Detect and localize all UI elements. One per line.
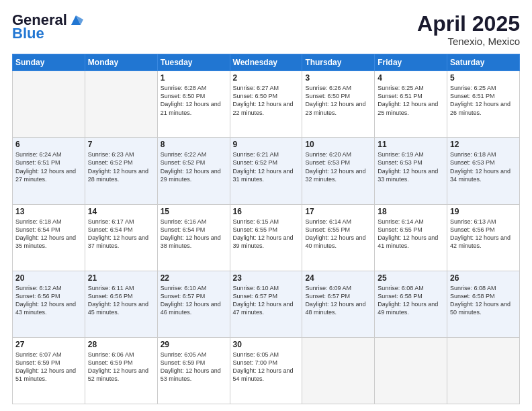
day-number: 19: [450, 207, 517, 216]
day-number: 4: [378, 73, 444, 83]
day-info: Sunrise: 6:21 AM Sunset: 6:52 PM Dayligh…: [233, 150, 300, 183]
table-row: [302, 337, 375, 404]
calendar-week-row: 1Sunrise: 6:28 AM Sunset: 6:50 PM Daylig…: [13, 71, 520, 138]
header-wednesday: Wednesday: [230, 54, 302, 71]
table-row: 18Sunrise: 6:14 AM Sunset: 6:55 PM Dayli…: [375, 204, 447, 271]
header-monday: Monday: [85, 54, 157, 71]
day-number: 9: [233, 140, 300, 149]
table-row: 13Sunrise: 6:18 AM Sunset: 6:54 PM Dayli…: [13, 204, 85, 271]
day-info: Sunrise: 6:23 AM Sunset: 6:52 PM Dayligh…: [88, 150, 154, 183]
table-row: 15Sunrise: 6:16 AM Sunset: 6:54 PM Dayli…: [157, 204, 230, 271]
day-number: 8: [161, 140, 227, 149]
table-row: 17Sunrise: 6:14 AM Sunset: 6:55 PM Dayli…: [302, 204, 375, 271]
table-row: 6Sunrise: 6:24 AM Sunset: 6:51 PM Daylig…: [13, 138, 85, 204]
day-number: 30: [233, 340, 300, 349]
day-info: Sunrise: 6:07 AM Sunset: 6:59 PM Dayligh…: [15, 351, 82, 383]
day-number: 3: [305, 73, 371, 83]
day-info: Sunrise: 6:11 AM Sunset: 6:56 PM Dayligh…: [88, 284, 154, 317]
day-number: 25: [378, 273, 444, 283]
day-number: 15: [161, 207, 227, 216]
day-info: Sunrise: 6:25 AM Sunset: 6:51 PM Dayligh…: [378, 84, 444, 117]
day-number: 24: [305, 273, 371, 283]
day-info: Sunrise: 6:14 AM Sunset: 6:55 PM Dayligh…: [378, 218, 444, 250]
calendar-location: Tenexio, Mexico: [417, 36, 520, 47]
table-row: 27Sunrise: 6:07 AM Sunset: 6:59 PM Dayli…: [13, 337, 85, 404]
day-info: Sunrise: 6:24 AM Sunset: 6:51 PM Dayligh…: [15, 150, 82, 183]
calendar-week-row: 20Sunrise: 6:12 AM Sunset: 6:56 PM Dayli…: [13, 271, 520, 337]
table-row: 9Sunrise: 6:21 AM Sunset: 6:52 PM Daylig…: [230, 138, 302, 204]
table-row: 26Sunrise: 6:08 AM Sunset: 6:58 PM Dayli…: [447, 271, 520, 337]
table-row: 10Sunrise: 6:20 AM Sunset: 6:53 PM Dayli…: [302, 138, 375, 204]
weekday-header-row: Sunday Monday Tuesday Wednesday Thursday…: [13, 54, 520, 71]
day-number: 20: [15, 273, 82, 283]
table-row: 1Sunrise: 6:28 AM Sunset: 6:50 PM Daylig…: [157, 71, 230, 138]
day-number: 17: [305, 207, 371, 216]
calendar-week-row: 13Sunrise: 6:18 AM Sunset: 6:54 PM Dayli…: [13, 204, 520, 271]
day-number: 1: [161, 73, 227, 83]
day-info: Sunrise: 6:16 AM Sunset: 6:54 PM Dayligh…: [161, 218, 227, 250]
calendar-week-row: 6Sunrise: 6:24 AM Sunset: 6:51 PM Daylig…: [13, 138, 520, 204]
day-info: Sunrise: 6:12 AM Sunset: 6:56 PM Dayligh…: [15, 284, 82, 317]
table-row: [13, 71, 85, 138]
day-number: 22: [161, 273, 227, 283]
day-info: Sunrise: 6:10 AM Sunset: 6:57 PM Dayligh…: [233, 284, 300, 317]
table-row: 5Sunrise: 6:25 AM Sunset: 6:51 PM Daylig…: [447, 71, 520, 138]
page: General Blue April 2025 Tenexio, Mexico …: [0, 0, 532, 411]
day-number: 26: [450, 273, 517, 283]
table-row: 7Sunrise: 6:23 AM Sunset: 6:52 PM Daylig…: [85, 138, 157, 204]
day-number: 7: [88, 140, 154, 149]
table-row: 8Sunrise: 6:22 AM Sunset: 6:52 PM Daylig…: [157, 138, 230, 204]
day-info: Sunrise: 6:18 AM Sunset: 6:54 PM Dayligh…: [15, 218, 82, 250]
day-number: 5: [450, 73, 517, 83]
table-row: 4Sunrise: 6:25 AM Sunset: 6:51 PM Daylig…: [375, 71, 447, 138]
day-info: Sunrise: 6:20 AM Sunset: 6:53 PM Dayligh…: [305, 150, 371, 183]
calendar-title: April 2025: [417, 12, 520, 36]
day-number: 2: [233, 73, 300, 83]
calendar-table: Sunday Monday Tuesday Wednesday Thursday…: [12, 54, 520, 404]
header-friday: Friday: [375, 54, 447, 71]
day-info: Sunrise: 6:26 AM Sunset: 6:50 PM Dayligh…: [305, 84, 371, 117]
day-number: 18: [378, 207, 444, 216]
day-info: Sunrise: 6:18 AM Sunset: 6:53 PM Dayligh…: [450, 150, 517, 183]
day-info: Sunrise: 6:05 AM Sunset: 6:59 PM Dayligh…: [161, 351, 227, 383]
table-row: 14Sunrise: 6:17 AM Sunset: 6:54 PM Dayli…: [85, 204, 157, 271]
day-info: Sunrise: 6:09 AM Sunset: 6:57 PM Dayligh…: [305, 284, 371, 317]
day-number: 27: [15, 340, 82, 349]
logo-icon: [69, 13, 83, 26]
day-info: Sunrise: 6:14 AM Sunset: 6:55 PM Dayligh…: [305, 218, 371, 250]
header-thursday: Thursday: [302, 54, 375, 71]
table-row: [85, 71, 157, 138]
header-tuesday: Tuesday: [157, 54, 230, 71]
day-info: Sunrise: 6:27 AM Sunset: 6:50 PM Dayligh…: [233, 84, 300, 117]
day-number: 13: [15, 207, 82, 216]
day-info: Sunrise: 6:05 AM Sunset: 7:00 PM Dayligh…: [233, 351, 300, 383]
table-row: 21Sunrise: 6:11 AM Sunset: 6:56 PM Dayli…: [85, 271, 157, 337]
day-number: 14: [88, 207, 154, 216]
table-row: 2Sunrise: 6:27 AM Sunset: 6:50 PM Daylig…: [230, 71, 302, 138]
table-row: 28Sunrise: 6:06 AM Sunset: 6:59 PM Dayli…: [85, 337, 157, 404]
day-number: 12: [450, 140, 517, 149]
day-info: Sunrise: 6:25 AM Sunset: 6:51 PM Dayligh…: [450, 84, 517, 117]
day-number: 16: [233, 207, 300, 216]
day-number: 6: [15, 140, 82, 149]
day-number: 28: [88, 340, 154, 349]
table-row: 12Sunrise: 6:18 AM Sunset: 6:53 PM Dayli…: [447, 138, 520, 204]
table-row: 3Sunrise: 6:26 AM Sunset: 6:50 PM Daylig…: [302, 71, 375, 138]
table-row: 23Sunrise: 6:10 AM Sunset: 6:57 PM Dayli…: [230, 271, 302, 337]
day-info: Sunrise: 6:13 AM Sunset: 6:56 PM Dayligh…: [450, 218, 517, 250]
table-row: 16Sunrise: 6:15 AM Sunset: 6:55 PM Dayli…: [230, 204, 302, 271]
table-row: 29Sunrise: 6:05 AM Sunset: 6:59 PM Dayli…: [157, 337, 230, 404]
table-row: 19Sunrise: 6:13 AM Sunset: 6:56 PM Dayli…: [447, 204, 520, 271]
table-row: [447, 337, 520, 404]
header-saturday: Saturday: [447, 54, 520, 71]
day-info: Sunrise: 6:06 AM Sunset: 6:59 PM Dayligh…: [88, 351, 154, 383]
day-info: Sunrise: 6:17 AM Sunset: 6:54 PM Dayligh…: [88, 218, 154, 250]
table-row: 30Sunrise: 6:05 AM Sunset: 7:00 PM Dayli…: [230, 337, 302, 404]
table-row: 20Sunrise: 6:12 AM Sunset: 6:56 PM Dayli…: [13, 271, 85, 337]
day-number: 11: [378, 140, 444, 149]
table-row: 25Sunrise: 6:08 AM Sunset: 6:58 PM Dayli…: [375, 271, 447, 337]
title-block: April 2025 Tenexio, Mexico: [417, 12, 520, 47]
day-info: Sunrise: 6:28 AM Sunset: 6:50 PM Dayligh…: [161, 84, 227, 117]
logo: General Blue: [12, 12, 83, 42]
day-number: 21: [88, 273, 154, 283]
